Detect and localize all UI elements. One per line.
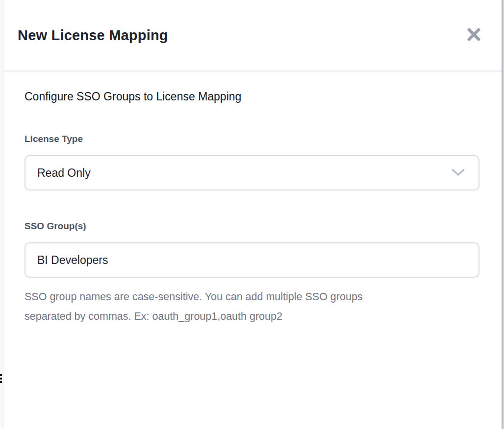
- close-button[interactable]: [465, 27, 482, 44]
- license-mapping-modal: New License Mapping Configure SSO Groups…: [4, 0, 503, 429]
- sso-groups-helper-text: SSO group names are case-sensitive. You …: [25, 287, 479, 326]
- sso-groups-input[interactable]: [25, 242, 479, 278]
- list-icon: [0, 374, 2, 385]
- modal-subtitle: Configure SSO Groups to License Mapping: [25, 90, 479, 103]
- helper-line-2: separated by commas. Ex: oauth_group1,oa…: [25, 307, 479, 326]
- license-type-select[interactable]: Read Only: [25, 155, 479, 191]
- page-background-left-sliver: [0, 0, 4, 429]
- license-type-value: Read Only: [37, 167, 91, 180]
- license-type-label: License Type: [25, 134, 479, 144]
- sso-groups-label: SSO Group(s): [25, 221, 479, 232]
- modal-body: Configure SSO Groups to License Mapping …: [4, 90, 502, 326]
- close-icon: [466, 27, 481, 44]
- modal-title: New License Mapping: [18, 27, 168, 44]
- helper-line-1: SSO group names are case-sensitive. You …: [25, 287, 479, 307]
- chevron-down-icon: [452, 167, 465, 180]
- modal-header: New License Mapping: [4, 0, 502, 72]
